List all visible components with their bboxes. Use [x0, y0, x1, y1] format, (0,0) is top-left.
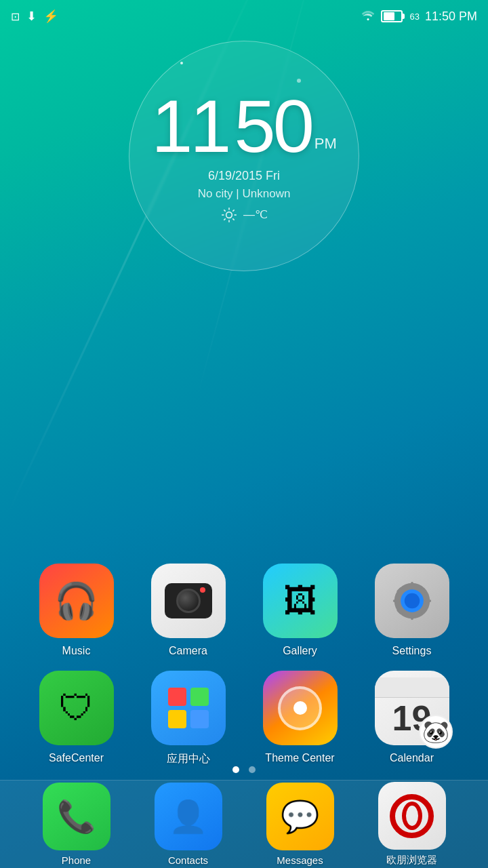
clock-hours: 11 [151, 89, 228, 163]
app-grid: Music Camera Gallery [0, 564, 488, 780]
svg-line-8 [224, 218, 225, 220]
contacts-label: Contacts [168, 854, 208, 866]
app-item-camera[interactable]: Camera [141, 564, 236, 657]
app-item-themecenter[interactable]: Theme Center [253, 671, 348, 766]
app-item-music[interactable]: Music [29, 564, 124, 657]
svg-line-5 [224, 210, 225, 211]
phone-label: Phone [62, 854, 91, 866]
messages-label: Messages [277, 854, 323, 866]
sparkle-2 [297, 79, 301, 83]
appstore-icon[interactable] [151, 671, 226, 745]
clock-city: No city [198, 187, 233, 200]
settings-label: Settings [392, 645, 432, 657]
svg-line-6 [232, 218, 234, 220]
page-dot-1[interactable] [232, 766, 239, 773]
clock-minutes: 50 [235, 89, 312, 163]
dock-item-contacts[interactable]: Contacts [141, 783, 236, 866]
svg-point-0 [226, 212, 232, 218]
svg-point-11 [404, 593, 420, 609]
dock-item-opera[interactable]: 欧朋浏览器 [365, 782, 460, 867]
dock-item-phone[interactable]: Phone [29, 783, 124, 866]
safecenter-icon[interactable] [39, 671, 114, 745]
notification-icon: ⊡ [11, 10, 20, 23]
appstore-label: 应用中心 [167, 752, 210, 766]
status-left-icons: ⊡ ⬇ ⚡ [11, 9, 58, 24]
messages-icon[interactable] [266, 783, 334, 850]
download-icon: ⬇ [26, 9, 37, 24]
clock-time-display: 11 50 PM [151, 89, 337, 163]
status-right-icons: 63 11:50 PM [361, 9, 477, 24]
app-row-2: SafeCenter 应用中心 [20, 671, 468, 766]
app-item-calendar[interactable]: 19 🐼 Calendar [365, 671, 460, 766]
battery-icon [381, 10, 403, 22]
usb-icon: ⚡ [43, 9, 58, 24]
clock-weather: Unknown [242, 187, 290, 200]
gallery-icon[interactable] [263, 564, 338, 638]
app-item-settings[interactable]: Settings [365, 564, 460, 657]
settings-icon[interactable] [375, 564, 449, 638]
calendar-label: Calendar [390, 752, 434, 764]
clock-city-weather: No city | Unknown [198, 187, 291, 201]
themecenter-icon[interactable] [263, 671, 338, 745]
dock-item-messages[interactable]: Messages [253, 783, 348, 866]
page-dots [232, 766, 256, 773]
opera-label: 欧朋浏览器 [386, 854, 437, 867]
panda-badge: 🐼 [419, 715, 453, 749]
battery-level: 63 [409, 12, 419, 22]
themecenter-label: Theme Center [265, 752, 334, 764]
svg-line-7 [232, 210, 234, 211]
status-bar: ⊡ ⬇ ⚡ 63 11:50 PM [0, 0, 488, 33]
status-time: 11:50 PM [425, 9, 477, 24]
camera-icon[interactable] [151, 564, 226, 638]
clock-widget[interactable]: 11 50 PM 6/19/2015 Fri No city | Unknown… [129, 41, 359, 271]
app-row-1: Music Camera Gallery [20, 564, 468, 657]
gallery-label: Gallery [283, 645, 317, 657]
sparkle-1 [180, 62, 183, 64]
music-label: Music [62, 645, 91, 657]
svg-rect-12 [411, 582, 413, 588]
calendar-icon[interactable]: 19 🐼 [375, 671, 449, 745]
wifi-icon [361, 9, 375, 24]
clock-weather-temp: —℃ [220, 206, 268, 224]
phone-icon[interactable] [43, 783, 110, 850]
opera-icon[interactable] [378, 782, 446, 850]
page-dot-2[interactable] [249, 766, 256, 773]
camera-label: Camera [169, 645, 207, 657]
svg-rect-15 [424, 599, 430, 602]
svg-rect-13 [411, 614, 413, 620]
music-icon[interactable] [39, 564, 114, 638]
safecenter-label: SafeCenter [49, 752, 104, 764]
clock-temp: —℃ [243, 208, 268, 222]
svg-rect-14 [392, 599, 399, 602]
sun-icon [220, 206, 238, 224]
clock-date: 6/19/2015 Fri [208, 169, 280, 183]
app-item-gallery[interactable]: Gallery [253, 564, 348, 657]
dock: Phone Contacts Messages 欧朋浏览器 [0, 780, 488, 868]
clock-ampm: PM [314, 135, 337, 153]
app-item-appstore[interactable]: 应用中心 [141, 671, 236, 766]
contacts-icon[interactable] [155, 783, 222, 850]
app-item-safecenter[interactable]: SafeCenter [29, 671, 124, 766]
